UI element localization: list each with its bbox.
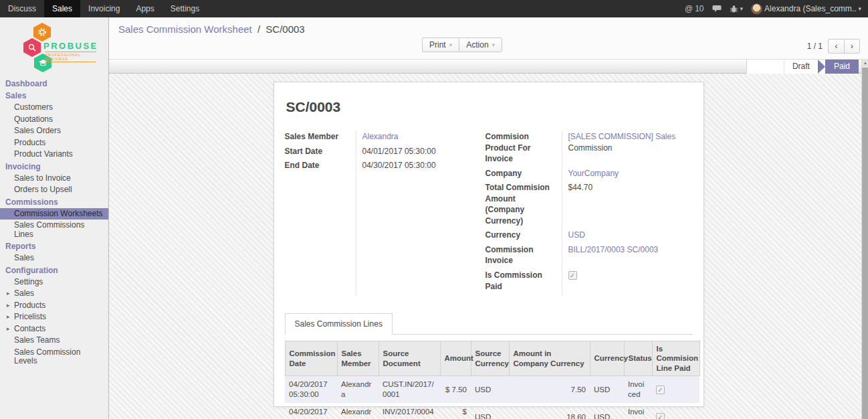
cell-amount: $ 7.50 — [440, 376, 471, 404]
scrollbar-thumb[interactable] — [862, 68, 868, 419]
cell-line-paid: ✓ — [652, 404, 699, 419]
col-source-document[interactable]: Source Document — [378, 341, 440, 376]
status-step-draft[interactable]: Draft — [784, 60, 818, 74]
sidebar-item-quotations[interactable]: Quotations — [0, 114, 108, 126]
sidebar-item-settings[interactable]: Settings — [0, 276, 108, 288]
expand-caret-icon: ▸ — [7, 313, 11, 322]
sidebar-item-reports-sales[interactable]: Sales — [0, 252, 108, 264]
status-widget: Draft Paid — [746, 60, 859, 74]
sidebar-item-sales-to-invoice[interactable]: Sales to Invoice — [0, 173, 108, 185]
sidebar-item-customers[interactable]: Customers — [0, 102, 108, 114]
user-name: Alexandra (Sales_comm.. — [764, 4, 856, 13]
cell-source: CUST.IN/2017/0001 — [378, 376, 440, 404]
end-date-label: End Date — [285, 160, 356, 171]
status-bar: Draft Paid — [109, 59, 868, 74]
commission-product-value-link[interactable]: [SALES COMMISSION] Sales — [568, 132, 676, 141]
sidebar-item-config-products[interactable]: ▸ Products — [0, 300, 108, 312]
commission-invoice-value-link[interactable]: BILL/2017/0003 SC/0003 — [568, 245, 659, 254]
print-button[interactable]: Print ▾ — [422, 37, 459, 52]
pager-previous-button[interactable]: ‹ — [828, 39, 844, 54]
debug-bug-icon[interactable]: ▾ — [730, 5, 744, 13]
col-amount[interactable]: Amount — [440, 341, 471, 376]
col-is-commission-line-paid[interactable]: Is Commision Line Paid — [652, 341, 699, 376]
cell-member: Alexandra — [337, 376, 378, 404]
sidebar-item-products[interactable]: Products — [0, 137, 108, 149]
user-menu[interactable]: Alexandra (Sales_comm.. ▾ — [751, 3, 861, 15]
sidebar-item-label: Contacts — [14, 325, 45, 334]
status-step-paid[interactable]: Paid — [825, 60, 859, 74]
form-field-groups: Sales Member Alexandra Start Date 04/01/… — [285, 131, 693, 295]
record-title: SC/0003 — [286, 99, 693, 115]
tab-bar: Sales Commission Lines — [285, 313, 693, 335]
logo-title: PROBUSE — [43, 41, 98, 51]
sidebar-item-sales-teams[interactable]: Sales Teams — [0, 335, 108, 347]
vertical-scrollbar: ▲ — [861, 59, 868, 419]
table-header-row: Commission Date Sales Member Source Docu… — [285, 341, 699, 376]
caret-down-icon: ▾ — [449, 41, 453, 48]
sales-member-label: Sales Member — [285, 131, 356, 143]
col-sales-member[interactable]: Sales Member — [337, 341, 378, 376]
start-date-value: 04/01/2017 05:30:00 — [356, 146, 484, 157]
sidebar-item-sales-commissions-lines[interactable]: Sales Commissions Lines — [0, 220, 108, 240]
action-button[interactable]: Action ▾ — [459, 37, 502, 52]
sidebar-item-product-variants[interactable]: Product Variants — [0, 149, 108, 161]
content-area: Sales Commission Worksheet / SC/0003 Pri… — [109, 17, 868, 419]
tab-sales-commission-lines[interactable]: Sales Commission Lines — [285, 313, 393, 335]
sidebar-heading-dashboard[interactable]: Dashboard — [0, 78, 108, 90]
table-row[interactable]: 04/20/2017 05:30:00 Alexandra CUST.IN/20… — [285, 376, 699, 404]
notebook: Sales Commission Lines Commission Date S… — [285, 313, 693, 419]
col-amount-company-currency[interactable]: Amount in Company Currency — [509, 341, 590, 376]
scroll-up-button[interactable]: ▲ — [862, 59, 868, 68]
sidebar-item-sales-orders[interactable]: Sales Orders — [0, 125, 108, 137]
sidebar-item-commission-worksheets[interactable]: Commission Worksheets — [0, 208, 108, 220]
nav-app-settings[interactable]: Settings — [162, 0, 207, 17]
is-commission-paid-checkbox[interactable]: ✓ — [568, 271, 577, 280]
cell-source: INV/2017/0004-SO008 — [378, 404, 440, 419]
sidebar-heading-invoicing[interactable]: Invoicing — [0, 161, 108, 173]
sidebar-item-contacts[interactable]: ▸ Contacts — [0, 323, 108, 335]
avatar — [751, 3, 762, 15]
line-paid-checkbox[interactable]: ✓ — [656, 413, 665, 419]
chat-bubble-icon[interactable] — [712, 5, 722, 13]
nav-app-invoicing[interactable]: Invoicing — [80, 0, 128, 17]
col-status[interactable]: Status — [624, 341, 652, 376]
table-row[interactable]: 04/20/2017 05:30:00 Alexandra INV/2017/0… — [285, 404, 699, 419]
currency-value-link[interactable]: USD — [568, 230, 585, 240]
nav-app-discuss[interactable]: Discuss — [0, 0, 44, 17]
line-paid-checkbox[interactable]: ✓ — [656, 386, 665, 394]
status-arrow-icon — [818, 60, 825, 74]
cell-date: 04/20/2017 05:30:00 — [285, 376, 337, 404]
expand-caret-icon: ▸ — [7, 289, 11, 299]
sidebar-item-pricelists[interactable]: ▸ Pricelists — [0, 311, 108, 323]
control-panel: Sales Commission Worksheet / SC/0003 Pri… — [109, 17, 868, 59]
sales-member-value-link[interactable]: Alexandra — [362, 132, 399, 141]
col-commission-date[interactable]: Commission Date — [285, 341, 337, 376]
commission-lines-table: Commission Date Sales Member Source Docu… — [285, 341, 700, 419]
sidebar-heading-sales[interactable]: Sales — [0, 90, 108, 102]
col-source-currency[interactable]: Source Currency — [471, 341, 509, 376]
company-value-link[interactable]: YourCompany — [568, 169, 619, 178]
sidebar-heading-reports[interactable]: Reports — [0, 240, 108, 252]
action-buttons: Print ▾ Action ▾ — [422, 37, 502, 52]
breadcrumb-parent-link[interactable]: Sales Commission Worksheet — [118, 23, 252, 35]
sidebar-heading-commissions[interactable]: Commissions — [0, 196, 108, 208]
nav-app-apps[interactable]: Apps — [128, 0, 162, 17]
cell-date: 04/20/2017 05:30:00 — [285, 404, 337, 419]
sidebar-item-sales-commission-levels[interactable]: Sales Commission Levels — [0, 347, 108, 367]
sidebar-heading-configuration[interactable]: Configuration — [0, 264, 108, 276]
magnifier-hexagon-icon — [23, 38, 41, 57]
sidebar-item-orders-to-upsell[interactable]: Orders to Upsell — [0, 184, 108, 196]
pager: 1 / 1 ‹ › — [807, 39, 860, 54]
company-label: Company — [485, 168, 562, 179]
total-commission-label: Total Commision Amount (Company Currency… — [485, 182, 562, 226]
mentions-counter[interactable]: @ 10 — [685, 4, 704, 13]
pager-next-button[interactable]: › — [844, 39, 860, 54]
col-currency[interactable]: Currency — [590, 341, 624, 376]
sidebar-item-config-sales[interactable]: ▸ Sales — [0, 288, 108, 300]
cell-member: Alexandra — [337, 404, 378, 419]
nav-app-sales[interactable]: Sales — [44, 0, 80, 17]
caret-down-icon: ▾ — [492, 41, 496, 48]
check-icon: ✓ — [657, 414, 664, 419]
status-spacer — [747, 60, 784, 74]
currency-label: Currency — [485, 230, 562, 241]
